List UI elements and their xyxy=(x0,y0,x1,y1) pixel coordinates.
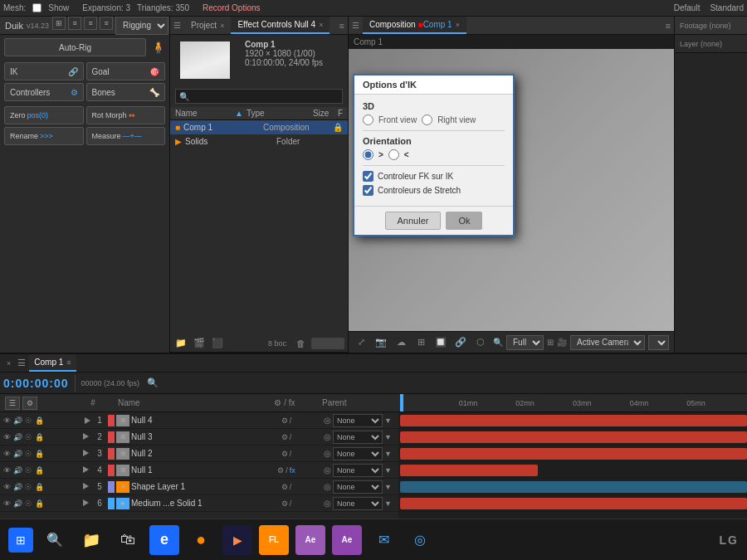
measure-button[interactable]: Measure —+— xyxy=(86,127,166,145)
timeline-search-icon[interactable]: 🔍 xyxy=(147,377,159,388)
lock-icon-4[interactable]: 🔒 xyxy=(34,466,44,475)
project-tab-close[interactable]: × xyxy=(220,22,224,30)
parent-select-3[interactable]: None xyxy=(333,447,383,460)
audio-icon-3[interactable]: 🔊 xyxy=(12,450,22,458)
new-folder-icon[interactable]: 📁 xyxy=(173,336,188,351)
solo-icon-2[interactable]: ☉ xyxy=(23,433,33,441)
tab-effect-controls[interactable]: Effect Controls Null 4 × xyxy=(231,17,330,34)
eye-icon-2[interactable]: 👁 xyxy=(2,433,12,441)
file-item-solids[interactable]: ▶ Solids Folder xyxy=(170,134,348,149)
parent-chevron-2[interactable]: ▼ xyxy=(384,433,392,441)
taskbar-browser[interactable]: ◎ xyxy=(405,525,435,555)
slider[interactable] xyxy=(311,338,344,349)
expand-4[interactable] xyxy=(83,466,89,473)
drag-handle[interactable]: ☰ xyxy=(170,21,184,30)
new-comp-icon[interactable]: 🎬 xyxy=(192,336,207,351)
radio-right-view[interactable] xyxy=(422,114,432,125)
layer-row-6[interactable]: 👁 🔊 ☉ 🔒 6 ■ Medium ...e Solid 1 ⚙ / ◎ xyxy=(0,495,398,512)
comp-tool4[interactable]: ⊞ xyxy=(413,335,428,350)
lock-icon-1[interactable]: 🔒 xyxy=(34,416,44,425)
parent-select-6[interactable]: None xyxy=(333,497,383,510)
rigging-dropdown[interactable]: Rigging xyxy=(115,17,168,35)
expand-3[interactable] xyxy=(83,450,89,456)
parent-select-2[interactable]: None xyxy=(333,431,383,444)
solo-icon-5[interactable]: ☉ xyxy=(23,483,33,491)
comp-menu-icon[interactable]: ≡ xyxy=(666,21,671,31)
zero-button[interactable]: Zero pos(0) xyxy=(4,106,84,124)
audio-icon-5[interactable]: 🔊 xyxy=(12,483,22,491)
radio-orient-right[interactable] xyxy=(363,149,374,160)
ok-button[interactable]: Ok xyxy=(446,212,482,230)
tab-timeline[interactable]: Comp 1 ≡ xyxy=(29,354,76,372)
parent-select-1[interactable]: None xyxy=(333,414,383,427)
comp-tool6[interactable]: 🔗 xyxy=(453,335,468,350)
view-select[interactable]: 1▼ xyxy=(648,335,669,350)
taskbar-mail[interactable]: ✉ xyxy=(369,525,398,555)
comp-tab-close[interactable]: × xyxy=(456,21,460,29)
camera-select[interactable]: Active Camera xyxy=(570,335,645,350)
lock-icon-3[interactable]: 🔒 xyxy=(34,450,44,458)
parent-chevron-1[interactable]: ▼ xyxy=(384,416,392,425)
parent-select-5[interactable]: None xyxy=(333,480,383,494)
eye-icon-4[interactable]: 👁 xyxy=(2,466,12,475)
expand-5[interactable] xyxy=(83,483,89,489)
audio-icon-4[interactable]: 🔊 xyxy=(12,466,22,475)
comp-tool2[interactable]: 📷 xyxy=(374,335,388,350)
taskbar-chrome[interactable]: ● xyxy=(186,525,216,555)
duik-icon-btn2[interactable]: ≡ xyxy=(68,17,81,30)
audio-icon-6[interactable]: 🔊 xyxy=(12,499,22,508)
new-layer-btn[interactable]: ☰ xyxy=(5,397,20,410)
show-checkbox[interactable] xyxy=(32,3,42,12)
comp-tool5[interactable]: 🔲 xyxy=(433,335,448,350)
file-item-comp1[interactable]: ■ Comp 1 Composition 🔒 xyxy=(170,120,348,134)
taskbar-edge[interactable]: e xyxy=(149,525,179,555)
zoom-select[interactable]: Full xyxy=(506,335,544,350)
parent-chevron-4[interactable]: ▼ xyxy=(384,466,392,475)
eye-icon-3[interactable]: 👁 xyxy=(2,450,12,458)
record-options-btn[interactable]: Record Options xyxy=(203,3,260,12)
timeline-drag[interactable]: ☰ xyxy=(14,358,29,368)
taskbar-ae2[interactable]: Ae xyxy=(332,525,362,555)
lock-icon-2[interactable]: 🔒 xyxy=(34,433,44,441)
layer-row-4[interactable]: 👁 🔊 ☉ 🔒 4 ⊞ Null 1 ⚙ / fx ◎ xyxy=(0,462,398,479)
rename-button[interactable]: Rename >>> xyxy=(4,127,84,145)
start-button[interactable]: ⊞ xyxy=(8,528,33,553)
layer-row-3[interactable]: 👁 🔊 ☉ 🔒 3 ⊞ Null 2 ⚙ / ◎ None xyxy=(0,446,398,462)
comp-drag-handle[interactable]: ☰ xyxy=(349,21,363,30)
cancel-button[interactable]: Annuler xyxy=(385,212,442,230)
taskbar-search[interactable]: 🔍 xyxy=(40,525,70,555)
comp-tool1[interactable]: ⤢ xyxy=(354,335,369,350)
expand-1[interactable] xyxy=(85,417,90,424)
checkbox-stretch[interactable] xyxy=(363,185,374,196)
taskbar-fl[interactable]: FL xyxy=(259,525,289,555)
checkbox-fk-ik[interactable] xyxy=(363,171,374,182)
taskbar-ae1[interactable]: Ae xyxy=(295,525,325,555)
duik-icon-btn3[interactable]: ≡ xyxy=(84,17,97,30)
delete-icon[interactable]: 🗑 xyxy=(293,336,308,351)
comp-tool3[interactable]: ☁ xyxy=(393,335,408,350)
taskbar-store[interactable]: 🛍 xyxy=(113,525,143,555)
taskbar-files[interactable]: 📁 xyxy=(76,525,106,555)
rotmorph-button[interactable]: Rot Morph ⇔ xyxy=(86,106,166,124)
new-item-icon[interactable]: ⬛ xyxy=(210,336,225,351)
comp-tool7[interactable]: ⬡ xyxy=(473,335,488,350)
eye-icon-6[interactable]: 👁 xyxy=(2,499,12,508)
bones-button[interactable]: Bones 🦴 xyxy=(86,83,166,101)
expand-2[interactable] xyxy=(83,433,89,440)
audio-icon-2[interactable]: 🔊 xyxy=(12,433,22,441)
timeline-close[interactable]: × xyxy=(3,359,14,368)
parent-chevron-3[interactable]: ▼ xyxy=(384,450,392,458)
solo-icon-1[interactable]: ☉ xyxy=(23,416,33,425)
effect-tab-close[interactable]: × xyxy=(319,21,323,29)
lock-icon-6[interactable]: 🔒 xyxy=(34,499,44,508)
controllers-button[interactable]: Controllers ⚙ xyxy=(4,83,84,101)
layer-row-2[interactable]: 👁 🔊 ☉ 🔒 2 ⊞ Null 3 ⚙ / ◎ None xyxy=(0,429,398,446)
taskbar-media[interactable]: ▶ xyxy=(222,525,252,555)
eye-icon-5[interactable]: 👁 xyxy=(2,483,12,491)
audio-icon-1[interactable]: 🔊 xyxy=(12,416,22,425)
lock-icon-5[interactable]: 🔒 xyxy=(34,483,44,491)
tab-project[interactable]: Project × xyxy=(184,17,231,34)
expand-6[interactable] xyxy=(83,499,89,506)
auto-rig-button[interactable]: Auto-Rig xyxy=(4,38,146,56)
parent-select-4[interactable]: None xyxy=(333,464,383,477)
